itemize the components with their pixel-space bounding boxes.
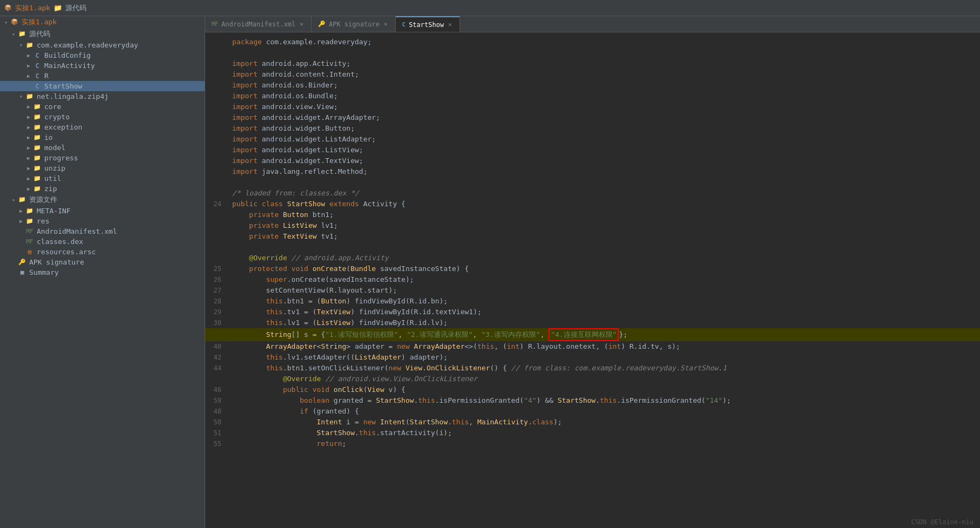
sidebar-item-resources-arsc[interactable]: ▤ resources.arsc	[0, 247, 205, 257]
line-text: /* loaded from: classes.dex */	[228, 188, 980, 199]
tab-apksig[interactable]: 🔑 APK signature ✕	[312, 16, 396, 32]
apk-icon: 📦	[4, 4, 12, 11]
sidebar-item-apk[interactable]: ▾ 📦 实操1.apk	[0, 16, 205, 28]
source-icon: 📁	[53, 4, 62, 12]
line-text: protected void onCreate(Bundle savedInst…	[228, 263, 980, 274]
sidebar-item-mainactivity[interactable]: ▶ C MainActivity	[0, 60, 205, 71]
line-num: 40	[205, 341, 228, 352]
arrow-com: ▾	[17, 42, 25, 48]
folder-meta-inf-icon: 📁	[25, 207, 35, 215]
sidebar-item-resources[interactable]: ▾ 📁 资源文件	[0, 194, 205, 206]
line-text: String[] s = {"1.读写短信彩信权限", "2.读写通讯录权限",…	[228, 328, 980, 341]
r-label: R	[44, 72, 49, 80]
sidebar-item-exception[interactable]: ▶ 📁 exception	[0, 122, 205, 132]
tab-label-androidmanifest: AndroidManifest.xml	[221, 21, 295, 28]
apk-label: 实操1.apk	[15, 3, 50, 13]
apk-label: 实操1.apk	[22, 17, 57, 27]
line-text: Intent i = new Intent(StartShow.this, Ma…	[228, 417, 980, 428]
code-line-24: 24 public class StartShow extends Activi…	[205, 199, 980, 209]
line-text: package com.example.readeveryday;	[228, 37, 980, 48]
arrow-r: ▶	[25, 73, 32, 79]
line-text: import android.widget.ListView;	[228, 145, 980, 155]
sidebar-item-io[interactable]: ▶ 📁 io	[0, 132, 205, 143]
sidebar-item-net[interactable]: ▾ 📁 net.lingala.zip4j	[0, 91, 205, 101]
folder-progress-icon: 📁	[32, 154, 42, 162]
code-line-import5: import android.view.View;	[205, 101, 980, 112]
sidebar-item-r[interactable]: ▶ C R	[0, 71, 205, 81]
sidebar-item-startshow[interactable]: C StartShow	[0, 81, 205, 91]
line-text: import android.widget.TextView;	[228, 155, 980, 166]
apk-file-icon: 📦	[10, 18, 19, 26]
arrow-model: ▶	[25, 145, 32, 151]
line-text	[228, 177, 980, 188]
tab-icon-startshow: C	[402, 21, 406, 28]
code-line-55: 55 return;	[205, 438, 980, 449]
tab-startshow[interactable]: C StartShow ✕	[396, 16, 460, 32]
sidebar-item-model[interactable]: ▶ 📁 model	[0, 143, 205, 153]
sidebar-item-buildconfig[interactable]: ▶ C BuildConfig	[0, 50, 205, 60]
class-mainactivity-icon: C	[32, 62, 42, 70]
folder-io-icon: 📁	[32, 134, 42, 141]
sidebar-item-crypto[interactable]: ▶ 📁 crypto	[0, 112, 205, 122]
sidebar-item-progress[interactable]: ▶ 📁 progress	[0, 153, 205, 163]
sidebar-item-summary[interactable]: ▦ Summary	[0, 267, 205, 277]
sidebar-item-androidmanifest[interactable]: MF AndroidManifest.xml	[0, 226, 205, 236]
line-text: import android.content.Intent;	[228, 69, 980, 80]
net-label: net.lingala.zip4j	[37, 92, 109, 100]
line-text: import android.widget.Button;	[228, 123, 980, 134]
code-line-import8: import android.widget.ListAdapter;	[205, 134, 980, 145]
core-label: core	[44, 103, 61, 111]
code-line-import4: import android.os.Bundle;	[205, 91, 980, 101]
editor-area: MF AndroidManifest.xml ✕ 🔑 APK signature…	[205, 16, 980, 528]
code-line-string-array: String[] s = {"1.读写短信彩信权限", "2.读写通讯录权限",…	[205, 328, 980, 341]
arsc-icon: ▤	[25, 248, 35, 256]
code-line-blank1	[205, 48, 980, 58]
tab-close-androidmanifest[interactable]: ✕	[299, 21, 305, 28]
folder-model-icon: 📁	[32, 144, 42, 152]
com-label: com.example.readeveryday	[37, 41, 138, 49]
androidmanifest-label: AndroidManifest.xml	[37, 227, 117, 235]
line-num: 30	[205, 317, 228, 328]
sidebar-item-com[interactable]: ▾ 📁 com.example.readeveryday	[0, 40, 205, 50]
code-line-46: 46 public void onClick(View v) {	[205, 384, 980, 395]
arrow-io: ▶	[25, 134, 32, 140]
code-line-tv1: private TextView tv1;	[205, 231, 980, 242]
line-text: this.btn1 = (Button) findViewById(R.id.b…	[228, 296, 980, 307]
line-text: @Override // android.view.View.OnClickLi…	[228, 374, 980, 384]
code-line-28: 28 this.btn1 = (Button) findViewById(R.i…	[205, 296, 980, 307]
line-text: import android.view.View;	[228, 101, 980, 112]
code-line-import7: import android.widget.Button;	[205, 123, 980, 134]
tab-androidmanifest[interactable]: MF AndroidManifest.xml ✕	[205, 16, 312, 32]
class-startshow-icon: C	[32, 83, 42, 90]
line-num: 44	[205, 363, 228, 374]
tab-close-apksig[interactable]: ✕	[383, 21, 389, 28]
tab-icon-androidmanifest: MF	[212, 21, 218, 27]
zip-label: zip	[44, 185, 57, 193]
model-label: model	[44, 144, 65, 152]
arrow-core: ▶	[25, 104, 32, 110]
line-text: boolean granted = StartShow.this.isPermi…	[228, 395, 980, 406]
line-text: import android.app.Activity;	[228, 58, 980, 69]
code-line-import6: import android.widget.ArrayAdapter;	[205, 112, 980, 123]
line-num: 24	[205, 199, 228, 209]
line-text: private Button btn1;	[228, 209, 980, 220]
code-line-import10: import android.widget.TextView;	[205, 155, 980, 166]
sidebar-item-unzip[interactable]: ▶ 📁 unzip	[0, 163, 205, 173]
sidebar-item-apk-signature[interactable]: 🔑 APK signature	[0, 257, 205, 267]
arrow-zip: ▶	[25, 186, 32, 192]
tab-label-startshow: StartShow	[409, 21, 444, 29]
sidebar-item-meta-inf[interactable]: ▶ 📁 META-INF	[0, 206, 205, 216]
sidebar-item-core[interactable]: ▶ 📁 core	[0, 101, 205, 112]
sidebar-item-source[interactable]: ▾ 📁 源代码	[0, 28, 205, 40]
line-num: 26	[205, 274, 228, 285]
tab-close-startshow[interactable]: ✕	[447, 21, 453, 28]
sidebar-item-util[interactable]: ▶ 📁 util	[0, 173, 205, 184]
sidebar-item-res[interactable]: ▶ 📁 res	[0, 216, 205, 226]
code-line-48: 48 if (granted) {	[205, 406, 980, 417]
resources-arsc-label: resources.arsc	[37, 248, 96, 256]
line-text: this.btn1.setOnClickListener(new View.On…	[228, 363, 980, 374]
code-editor[interactable]: package com.example.readeveryday; import…	[205, 32, 980, 528]
sidebar-item-zip[interactable]: ▶ 📁 zip	[0, 184, 205, 194]
summary-icon: ▦	[17, 269, 27, 276]
sidebar-item-classes[interactable]: MF classes.dex	[0, 236, 205, 247]
